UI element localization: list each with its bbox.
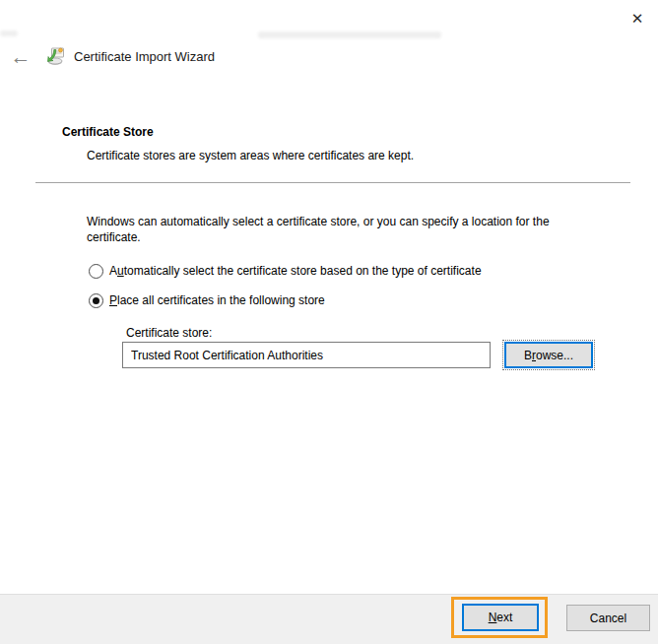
radio-button-icon[interactable] <box>89 264 103 279</box>
section-description: Certificate stores are system areas wher… <box>87 149 414 162</box>
blurred-titlebar-text <box>0 31 18 36</box>
certificate-import-icon <box>45 45 66 66</box>
radio-automatic-store-label: Automatically select the certificate sto… <box>109 264 482 278</box>
next-button[interactable]: Next <box>462 604 539 631</box>
browse-button[interactable]: Browse... <box>504 342 593 368</box>
page-title: Certificate Import Wizard <box>74 49 215 64</box>
certificate-store-label: Certificate store: <box>126 326 212 340</box>
back-button[interactable]: ← <box>8 43 33 69</box>
close-icon[interactable]: ✕ <box>626 8 648 30</box>
intro-text: Windows can automatically select a certi… <box>87 214 604 245</box>
blurred-titlebar-text <box>258 32 441 38</box>
radio-place-all-certificates-label: Place all certificates in the following … <box>109 293 325 307</box>
footer-bar <box>0 594 658 644</box>
section-heading: Certificate Store <box>62 125 154 139</box>
cancel-button[interactable]: Cancel <box>566 605 650 631</box>
radio-place-all-certificates[interactable]: Place all certificates in the following … <box>89 292 325 308</box>
radio-automatic-store[interactable]: Automatically select the certificate sto… <box>89 263 482 279</box>
header-divider <box>35 182 630 184</box>
radio-button-icon[interactable] <box>89 293 103 308</box>
certificate-import-wizard-window: ✕ ← Certificate Import Wizard Certificat… <box>0 0 658 644</box>
certificate-store-input[interactable] <box>122 342 491 368</box>
